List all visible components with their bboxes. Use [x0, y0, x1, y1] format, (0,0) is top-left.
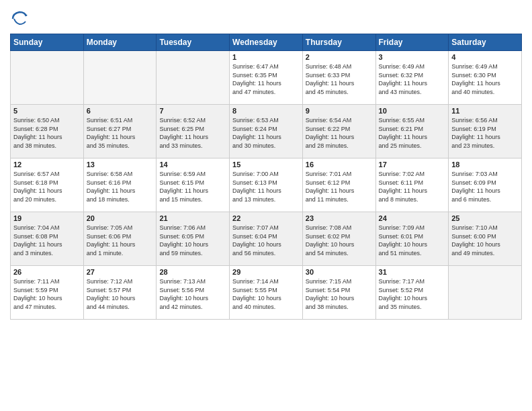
day-info: Sunrise: 7:04 AM Sunset: 6:08 PM Dayligh… [13, 224, 81, 257]
calendar-table: SundayMondayTuesdayWednesdayThursdayFrid… [10, 34, 522, 320]
calendar-day: 2Sunrise: 6:48 AM Sunset: 6:33 PM Daylig… [302, 51, 375, 105]
day-number: 18 [451, 161, 519, 169]
calendar-day: 17Sunrise: 7:02 AM Sunset: 6:11 PM Dayli… [375, 158, 449, 212]
calendar-header-row: SundayMondayTuesdayWednesdayThursdayFrid… [11, 34, 522, 51]
day-info: Sunrise: 7:14 AM Sunset: 5:55 PM Dayligh… [232, 277, 300, 311]
day-info: Sunrise: 6:58 AM Sunset: 6:16 PM Dayligh… [87, 170, 154, 203]
day-info: Sunrise: 6:47 AM Sunset: 6:35 PM Dayligh… [232, 62, 300, 96]
calendar-day: 24Sunrise: 7:09 AM Sunset: 6:01 PM Dayli… [375, 212, 449, 266]
day-info: Sunrise: 6:57 AM Sunset: 6:18 PM Dayligh… [13, 170, 81, 203]
calendar-day: 31Sunrise: 7:17 AM Sunset: 5:52 PM Dayli… [375, 266, 449, 320]
calendar-day: 11Sunrise: 6:56 AM Sunset: 6:19 PM Dayli… [449, 105, 522, 158]
calendar-day: 20Sunrise: 7:05 AM Sunset: 6:06 PM Dayli… [83, 212, 157, 266]
day-info: Sunrise: 6:51 AM Sunset: 6:27 PM Dayligh… [87, 116, 154, 150]
header [10, 7, 522, 28]
day-info: Sunrise: 7:00 AM Sunset: 6:13 PM Dayligh… [232, 170, 300, 203]
calendar-day: 15Sunrise: 7:00 AM Sunset: 6:13 PM Dayli… [230, 158, 303, 212]
day-info: Sunrise: 7:07 AM Sunset: 6:04 PM Dayligh… [232, 224, 300, 257]
calendar-day: 12Sunrise: 6:57 AM Sunset: 6:18 PM Dayli… [11, 158, 84, 212]
day-number: 31 [379, 268, 446, 276]
day-number: 19 [13, 214, 81, 222]
day-info: Sunrise: 7:01 AM Sunset: 6:12 PM Dayligh… [306, 170, 373, 203]
weekday-header: Tuesday [157, 34, 230, 51]
day-number: 9 [306, 107, 373, 115]
day-info: Sunrise: 6:55 AM Sunset: 6:21 PM Dayligh… [379, 116, 446, 150]
calendar-day: 28Sunrise: 7:13 AM Sunset: 5:56 PM Dayli… [157, 266, 230, 320]
day-number: 23 [306, 214, 373, 222]
calendar-day: 26Sunrise: 7:11 AM Sunset: 5:59 PM Dayli… [11, 266, 84, 320]
day-number: 16 [306, 161, 373, 169]
calendar-day: 3Sunrise: 6:49 AM Sunset: 6:32 PM Daylig… [375, 51, 449, 105]
calendar-week-row: 19Sunrise: 7:04 AM Sunset: 6:08 PM Dayli… [11, 212, 522, 266]
calendar-day [157, 51, 230, 105]
day-info: Sunrise: 6:52 AM Sunset: 6:25 PM Dayligh… [159, 116, 226, 150]
calendar-day: 1Sunrise: 6:47 AM Sunset: 6:35 PM Daylig… [230, 51, 303, 105]
weekday-header: Wednesday [230, 34, 303, 51]
day-info: Sunrise: 6:59 AM Sunset: 6:15 PM Dayligh… [159, 170, 226, 203]
day-number: 22 [232, 214, 300, 222]
day-number: 14 [159, 161, 226, 169]
calendar-day: 6Sunrise: 6:51 AM Sunset: 6:27 PM Daylig… [83, 105, 157, 158]
day-info: Sunrise: 7:09 AM Sunset: 6:01 PM Dayligh… [379, 224, 446, 257]
day-info: Sunrise: 6:49 AM Sunset: 6:32 PM Dayligh… [379, 62, 446, 96]
day-number: 5 [13, 107, 81, 115]
day-number: 11 [451, 107, 519, 115]
weekday-header: Friday [375, 34, 449, 51]
day-info: Sunrise: 7:06 AM Sunset: 6:05 PM Dayligh… [159, 224, 226, 257]
day-number: 27 [87, 268, 154, 276]
calendar-day: 16Sunrise: 7:01 AM Sunset: 6:12 PM Dayli… [302, 158, 375, 212]
calendar-day: 7Sunrise: 6:52 AM Sunset: 6:25 PM Daylig… [157, 105, 230, 158]
weekday-header: Thursday [302, 34, 375, 51]
logo [10, 9, 30, 28]
weekday-header: Sunday [11, 34, 84, 51]
day-info: Sunrise: 7:10 AM Sunset: 6:00 PM Dayligh… [451, 224, 519, 257]
day-info: Sunrise: 6:53 AM Sunset: 6:24 PM Dayligh… [232, 116, 300, 150]
calendar-day: 8Sunrise: 6:53 AM Sunset: 6:24 PM Daylig… [230, 105, 303, 158]
calendar-day: 14Sunrise: 6:59 AM Sunset: 6:15 PM Dayli… [157, 158, 230, 212]
day-info: Sunrise: 7:08 AM Sunset: 6:02 PM Dayligh… [306, 224, 373, 257]
weekday-header: Saturday [449, 34, 522, 51]
day-info: Sunrise: 7:02 AM Sunset: 6:11 PM Dayligh… [379, 170, 446, 203]
day-number: 1 [232, 53, 300, 61]
calendar-week-row: 5Sunrise: 6:50 AM Sunset: 6:28 PM Daylig… [11, 105, 522, 158]
weekday-header: Monday [83, 34, 157, 51]
calendar-day: 4Sunrise: 6:49 AM Sunset: 6:30 PM Daylig… [449, 51, 522, 105]
day-number: 3 [379, 53, 446, 61]
day-info: Sunrise: 6:50 AM Sunset: 6:28 PM Dayligh… [13, 116, 81, 150]
day-info: Sunrise: 6:49 AM Sunset: 6:30 PM Dayligh… [451, 62, 519, 96]
calendar-day: 5Sunrise: 6:50 AM Sunset: 6:28 PM Daylig… [11, 105, 84, 158]
day-number: 17 [379, 161, 446, 169]
calendar-day: 13Sunrise: 6:58 AM Sunset: 6:16 PM Dayli… [83, 158, 157, 212]
calendar-day: 21Sunrise: 7:06 AM Sunset: 6:05 PM Dayli… [157, 212, 230, 266]
day-number: 25 [451, 214, 519, 222]
day-info: Sunrise: 7:03 AM Sunset: 6:09 PM Dayligh… [451, 170, 519, 203]
day-number: 21 [159, 214, 226, 222]
calendar-day: 19Sunrise: 7:04 AM Sunset: 6:08 PM Dayli… [11, 212, 84, 266]
day-info: Sunrise: 7:12 AM Sunset: 5:57 PM Dayligh… [87, 277, 154, 311]
day-number: 4 [451, 53, 519, 61]
day-number: 24 [379, 214, 446, 222]
calendar-day: 18Sunrise: 7:03 AM Sunset: 6:09 PM Dayli… [449, 158, 522, 212]
day-number: 6 [87, 107, 154, 115]
day-number: 7 [159, 107, 226, 115]
page-container: SundayMondayTuesdayWednesdayThursdayFrid… [0, 0, 532, 326]
day-number: 26 [13, 268, 81, 276]
day-number: 12 [13, 161, 81, 169]
calendar-day: 29Sunrise: 7:14 AM Sunset: 5:55 PM Dayli… [230, 266, 303, 320]
day-number: 28 [159, 268, 226, 276]
day-info: Sunrise: 6:48 AM Sunset: 6:33 PM Dayligh… [306, 62, 373, 96]
day-info: Sunrise: 7:05 AM Sunset: 6:06 PM Dayligh… [87, 224, 154, 257]
day-info: Sunrise: 7:17 AM Sunset: 5:52 PM Dayligh… [379, 277, 446, 311]
calendar-day [11, 51, 84, 105]
calendar-day: 10Sunrise: 6:55 AM Sunset: 6:21 PM Dayli… [375, 105, 449, 158]
day-number: 30 [306, 268, 373, 276]
day-number: 10 [379, 107, 446, 115]
day-number: 29 [232, 268, 300, 276]
calendar-week-row: 12Sunrise: 6:57 AM Sunset: 6:18 PM Dayli… [11, 158, 522, 212]
day-info: Sunrise: 7:15 AM Sunset: 5:54 PM Dayligh… [306, 277, 373, 311]
calendar-day: 23Sunrise: 7:08 AM Sunset: 6:02 PM Dayli… [302, 212, 375, 266]
day-info: Sunrise: 7:13 AM Sunset: 5:56 PM Dayligh… [159, 277, 226, 311]
day-number: 15 [232, 161, 300, 169]
logo-icon [10, 9, 29, 28]
day-info: Sunrise: 6:54 AM Sunset: 6:22 PM Dayligh… [306, 116, 373, 150]
